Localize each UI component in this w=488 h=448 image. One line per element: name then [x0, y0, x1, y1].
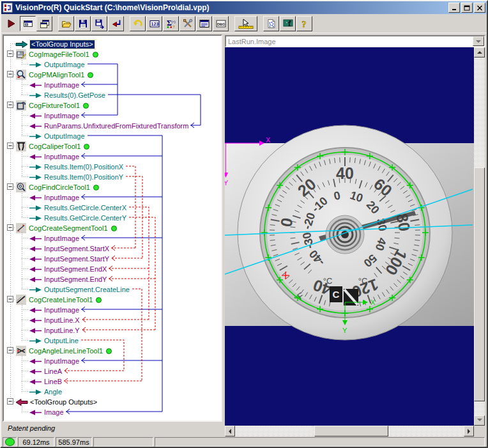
scroll-up-button[interactable]: [474, 47, 485, 58]
tree-row-inputimage[interactable]: InputImage: [4, 151, 79, 161]
tree-row-results-item-0-positionx[interactable]: Results.Item(0).PositionX: [4, 161, 123, 171]
toolbar-separator: [229, 23, 234, 24]
arrow-down-icon: [477, 419, 482, 424]
save-as-button[interactable]: [91, 16, 107, 31]
tree-row-coganglelinelinetool1[interactable]: CogAngleLineLineTool1: [4, 345, 112, 355]
output-arrow-icon: [29, 389, 42, 396]
debug-button[interactable]: DBG: [213, 16, 229, 31]
line-tool-icon: [16, 295, 26, 305]
tree-row-cogfixturetool1[interactable]: CogFixtureTool1: [4, 100, 89, 110]
open-icon: [61, 19, 72, 29]
tree-row-cogcreatesegmenttool1[interactable]: CogCreateSegmentTool1: [4, 222, 117, 233]
scroll-left-button[interactable]: [225, 426, 235, 436]
tree-row-results-item-0-positiony[interactable]: Results.Item(0).PositionY: [4, 171, 123, 182]
findcircle-tool-icon: [16, 182, 26, 192]
show-job-window-button[interactable]: [20, 16, 36, 31]
tree-row-inputsegment-startx[interactable]: InputSegment.StartX: [4, 243, 109, 253]
image-source-value: LastRun.Image: [226, 38, 473, 45]
float-window-button[interactable]: [36, 16, 52, 31]
tree-row-outputimage[interactable]: OutputImage: [4, 130, 85, 141]
input-arrow-icon: [29, 317, 42, 324]
tree-row-inputsegment-endx[interactable]: InputSegment.EndX: [4, 263, 107, 274]
close-button[interactable]: [474, 3, 485, 13]
tree-row-outputimage[interactable]: OutputImage: [4, 59, 85, 69]
title-bar: VisionPro(R) QuickStart (C:\home\VisionP…: [1, 1, 487, 14]
tree-row-angle[interactable]: Angle: [4, 386, 62, 396]
scroll-right-button[interactable]: [464, 426, 474, 436]
tree-row-inputimage[interactable]: InputImage: [4, 304, 79, 314]
svg-text:?: ?: [172, 25, 174, 29]
toolgroup-inputs-icon: [15, 41, 28, 48]
combo-dropdown-button[interactable]: [473, 36, 484, 46]
dial-image: -40020406080100120-40-30-20-100102030405…: [225, 47, 474, 426]
tree-row-toolgroup-outputs[interactable]: <ToolGroup Outputs>: [4, 396, 97, 406]
results-summary-button[interactable]: Σ(<)?: [163, 16, 179, 31]
tree-row-inputline-y[interactable]: InputLine.Y: [4, 325, 80, 335]
image-source-combo[interactable]: LastRun.Image: [225, 35, 485, 47]
input-arrow-icon: [29, 245, 42, 252]
tree-row-inputline-x[interactable]: InputLine.X: [4, 314, 80, 325]
tree-row-lineb[interactable]: LineB: [4, 376, 62, 386]
numeric-display-button[interactable]: 123: [146, 16, 162, 31]
output-arrow-icon: [29, 215, 42, 222]
tree-row-results-0-getpose[interactable]: Results(0).GetPose: [4, 89, 105, 100]
tree-row-runparams-unfixturedfromfixturedtransform[interactable]: RunParams.UnfixturedFromFixturedTransfor…: [4, 120, 188, 130]
status-time1: 69.12ms: [18, 437, 54, 447]
toolbar-separator: [53, 23, 58, 24]
tree-row-inputimage[interactable]: InputImage: [4, 110, 79, 120]
pointer-measure-button[interactable]: [234, 16, 257, 31]
script-button[interactable]: [263, 16, 279, 31]
minimize-button[interactable]: [448, 3, 460, 13]
tree-row-outputline[interactable]: OutputLine: [4, 335, 79, 345]
output-arrow-icon: [29, 205, 42, 212]
board-icon: [283, 19, 293, 29]
tree-row-linea[interactable]: LineA: [4, 366, 62, 376]
tree-row-outputsegment-createline[interactable]: OutputSegment.CreateLine: [4, 284, 130, 294]
tree-row-inputimage[interactable]: InputImage: [4, 192, 79, 202]
status-time2: 585.97ms: [56, 437, 92, 447]
run-button[interactable]: [3, 16, 19, 31]
tree-row-inputsegment-endy[interactable]: InputSegment.EndY: [4, 274, 107, 284]
horizontal-scroll-thumb[interactable]: [314, 426, 388, 436]
tree-row-inputimage[interactable]: InputImage: [4, 233, 79, 243]
open-button[interactable]: [58, 16, 74, 31]
tools-icon: [183, 19, 193, 29]
horizontal-scrollbar[interactable]: [225, 426, 474, 436]
app-window: VisionPro(R) QuickStart (C:\home\VisionP…: [0, 0, 488, 448]
help-button[interactable]: ?: [296, 16, 312, 31]
input-arrow-icon: [29, 153, 42, 160]
vertical-scroll-thumb[interactable]: [474, 167, 485, 401]
svg-text:°C: °C: [358, 276, 368, 286]
tool-settings-button[interactable]: [179, 16, 195, 31]
tree-row-results-getcircle-centery[interactable]: Results.GetCircle.CenterY: [4, 212, 126, 222]
tree-row-cogcreatelinetool1[interactable]: CogCreateLineTool1: [4, 294, 102, 304]
tree-row-inputimage[interactable]: InputImage: [4, 79, 79, 89]
undo-button[interactable]: [130, 16, 146, 31]
tree-row-results-getcircle-centerx[interactable]: Results.GetCircle.CenterX: [4, 202, 126, 212]
tree-row-cogcalipertool1[interactable]: CogCaliperTool1: [4, 141, 89, 151]
tree-row-inputimage[interactable]: InputImage: [4, 355, 79, 366]
help-icon: ?: [300, 19, 310, 29]
tree-row-image[interactable]: Image: [4, 406, 64, 417]
training-button[interactable]: [280, 16, 296, 31]
tool-status-led: [93, 185, 99, 190]
tool-status-led: [93, 52, 98, 58]
tree-row-toolgroup-inputs[interactable]: <ToolGroup Inputs>: [4, 38, 95, 49]
app-icon: [3, 3, 13, 13]
vertical-scrollbar[interactable]: [474, 47, 485, 426]
toolgroup-tree-panel: <ToolGroup Inputs>CogImageFileTool1Outpu…: [3, 35, 222, 422]
dialogs-button[interactable]: [196, 16, 212, 31]
output-arrow-icon: [29, 61, 42, 68]
tree-row-cogfindcircletool1[interactable]: CogFindCircleTool1: [4, 182, 99, 192]
maximize-button[interactable]: [461, 3, 473, 13]
svg-text:Y: Y: [225, 179, 229, 187]
save-button[interactable]: [75, 16, 91, 31]
tree-row-cogpmaligntool1[interactable]: CogPMAlignTool1: [4, 69, 93, 79]
tree-row-inputsegment-starty[interactable]: InputSegment.StartY: [4, 253, 109, 263]
winB-icon: [40, 19, 50, 29]
revert-button[interactable]: [108, 16, 124, 31]
output-arrow-icon: [29, 337, 42, 344]
run-status-led: [5, 438, 15, 446]
tree-row-cogimagefiletool1[interactable]: CogImageFileTool1: [4, 49, 98, 59]
scroll-down-button[interactable]: [474, 415, 485, 426]
